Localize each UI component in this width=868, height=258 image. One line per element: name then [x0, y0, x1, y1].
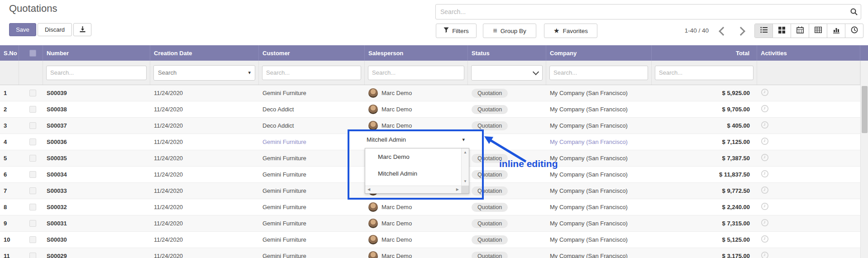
view-pivot-button[interactable]	[809, 24, 827, 38]
view-kanban-button[interactable]	[773, 24, 791, 38]
number-cell[interactable]: S00033	[43, 183, 150, 199]
customer-cell[interactable]: Deco Addict	[259, 101, 365, 117]
creation-date-cell[interactable]: 11/24/2020	[150, 134, 259, 150]
date-filter-dropdown[interactable]: Search ▾	[153, 65, 255, 81]
total-cell[interactable]: $ 2,240.00	[652, 199, 757, 215]
pager-next-button[interactable]	[736, 27, 745, 36]
column-sno[interactable]: S.No	[0, 45, 19, 61]
favorites-button[interactable]: ★ Favorites	[544, 24, 597, 38]
row-checkbox[interactable]	[29, 139, 36, 145]
search-icon[interactable]	[847, 8, 861, 16]
dropdown-vertical-scrollbar[interactable]: ▲ ▼	[461, 148, 469, 186]
total-cell[interactable]: $ 405.00	[652, 118, 757, 134]
number-cell[interactable]: S00035	[43, 150, 150, 166]
creation-date-cell[interactable]: 11/24/2020	[150, 248, 259, 258]
row-checkbox[interactable]	[29, 106, 36, 113]
customer-cell[interactable]: Gemini Furniture	[259, 134, 365, 150]
row-checkbox[interactable]	[29, 155, 36, 162]
table-row[interactable]: 10 S00030 11/24/2020 Gemini Furniture Ma…	[0, 232, 860, 248]
company-cell[interactable]: My Company (San Francisco)	[546, 85, 652, 101]
chevron-down-icon[interactable]: ▾	[462, 137, 465, 143]
number-cell[interactable]: S00032	[43, 199, 150, 215]
export-button[interactable]	[73, 23, 91, 36]
creation-date-cell[interactable]: 11/24/2020	[150, 85, 259, 101]
table-row[interactable]: 11 S00029 11/24/2020 Gemini Furniture Ma…	[0, 248, 860, 258]
company-cell[interactable]: My Company (San Francisco)	[546, 167, 652, 182]
number-cell[interactable]: S00029	[43, 248, 150, 258]
salesperson-cell[interactable]: Marc Demo	[365, 215, 468, 231]
table-row[interactable]: 1 S00039 11/24/2020 Gemini Furniture Mar…	[0, 85, 860, 101]
scroll-left-icon[interactable]: ◀	[367, 188, 370, 191]
salesperson-cell[interactable]: Marc Demo	[365, 85, 468, 101]
row-checkbox-cell[interactable]	[19, 167, 43, 182]
column-select-all[interactable]	[19, 45, 43, 61]
status-filter-select[interactable]	[471, 65, 543, 81]
company-cell[interactable]: My Company (San Francisco)	[546, 199, 652, 215]
row-checkbox-cell[interactable]	[19, 150, 43, 166]
total-cell[interactable]: $ 9,772.50	[652, 183, 757, 199]
company-cell[interactable]: My Company (San Francisco)	[546, 183, 652, 199]
activity-clock-icon[interactable]	[761, 186, 769, 196]
number-cell[interactable]: S00031	[43, 215, 150, 231]
company-cell[interactable]: My Company (San Francisco)	[546, 248, 652, 258]
creation-date-cell[interactable]: 11/24/2020	[150, 215, 259, 231]
row-checkbox[interactable]	[29, 171, 36, 178]
creation-date-cell[interactable]: 11/24/2020	[150, 232, 259, 248]
row-checkbox-cell[interactable]	[19, 215, 43, 231]
row-checkbox-cell[interactable]	[19, 183, 43, 199]
creation-date-cell[interactable]: 11/24/2020	[150, 101, 259, 117]
salesperson-cell[interactable]: Marc Demo	[365, 248, 468, 258]
row-checkbox-cell[interactable]	[19, 134, 43, 150]
company-cell[interactable]: My Company (San Francisco)	[546, 150, 652, 166]
row-checkbox[interactable]	[29, 122, 36, 129]
salesperson-inline-select[interactable]: Mitchell Admin ▾	[349, 131, 482, 148]
company-cell[interactable]: My Company (San Francisco)	[546, 118, 652, 134]
column-customer[interactable]: Customer	[259, 45, 365, 61]
activities-cell[interactable]	[757, 199, 860, 215]
activities-cell[interactable]	[757, 248, 860, 258]
customer-cell[interactable]: Gemini Furniture	[259, 215, 365, 231]
row-checkbox[interactable]	[29, 236, 36, 243]
number-cell[interactable]: S00034	[43, 167, 150, 182]
discard-button[interactable]: Discard	[38, 23, 72, 36]
company-cell[interactable]: My Company (San Francisco)	[546, 101, 652, 117]
scroll-up-icon[interactable]: ▲	[463, 151, 467, 154]
activity-clock-icon[interactable]	[761, 219, 769, 228]
table-row[interactable]: 2 S00038 11/24/2020 Deco Addict Marc Dem…	[0, 101, 860, 118]
save-button[interactable]: Save	[9, 23, 36, 36]
table-row[interactable]: 8 S00032 11/24/2020 Gemini Furniture Mar…	[0, 199, 860, 215]
salesperson-cell[interactable]: Marc Demo	[365, 101, 468, 117]
activity-clock-icon[interactable]	[761, 153, 769, 163]
total-cell[interactable]: $ 9,705.00	[652, 101, 757, 117]
status-cell[interactable]: Quotation	[468, 85, 546, 101]
column-company[interactable]: Company	[546, 45, 652, 61]
customer-cell[interactable]: Gemini Furniture	[259, 199, 365, 215]
row-checkbox[interactable]	[29, 187, 36, 194]
total-cell[interactable]: $ 3,175.00	[652, 248, 757, 258]
activity-clock-icon[interactable]	[761, 137, 769, 147]
dropdown-horizontal-scrollbar[interactable]: ◀ ▶	[365, 186, 461, 193]
activity-clock-icon[interactable]	[761, 251, 769, 258]
group-by-button[interactable]: ≡ Group By	[483, 24, 536, 38]
view-graph-button[interactable]	[827, 24, 845, 38]
activity-clock-icon[interactable]	[761, 170, 769, 179]
row-checkbox[interactable]	[29, 220, 36, 227]
activities-cell[interactable]	[757, 167, 860, 182]
vertical-scrollbar[interactable]	[860, 61, 868, 258]
pager-previous-button[interactable]	[719, 27, 728, 36]
status-cell[interactable]: Quotation	[468, 248, 546, 258]
status-cell[interactable]: Quotation	[468, 232, 546, 248]
view-list-button[interactable]	[755, 24, 773, 38]
total-filter-input[interactable]	[655, 66, 754, 80]
total-cell[interactable]: $ 5,125.00	[652, 232, 757, 248]
status-cell[interactable]: Quotation	[468, 215, 546, 231]
number-cell[interactable]: S00039	[43, 85, 150, 101]
number-cell[interactable]: S00038	[43, 101, 150, 117]
salesperson-cell[interactable]: Marc Demo	[365, 199, 468, 215]
column-number[interactable]: Number	[43, 45, 150, 61]
status-cell[interactable]: Quotation	[468, 101, 546, 117]
column-total[interactable]: Total	[652, 45, 757, 61]
row-checkbox-cell[interactable]	[19, 118, 43, 134]
company-cell[interactable]: My Company (San Francisco)	[546, 215, 652, 231]
view-calendar-button[interactable]	[791, 24, 809, 38]
